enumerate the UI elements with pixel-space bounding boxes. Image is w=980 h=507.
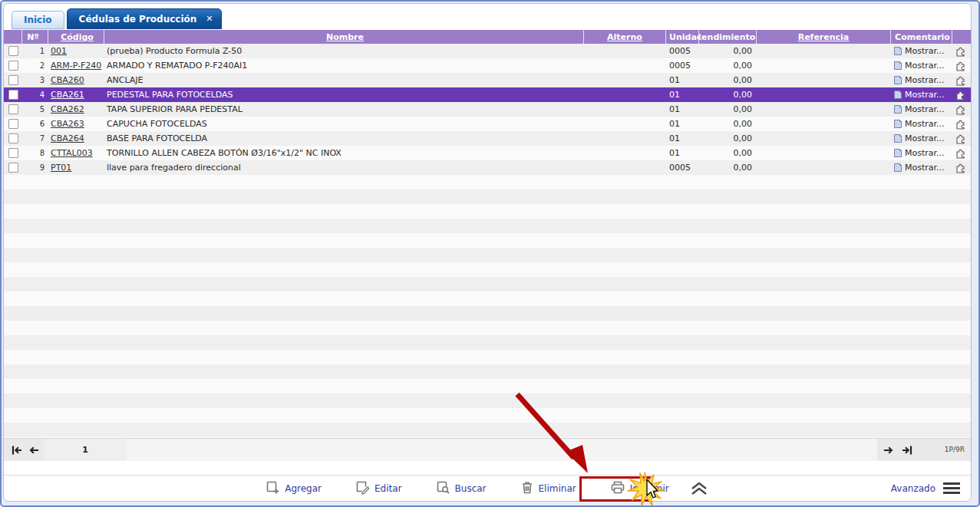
close-tab-icon[interactable]: ✕ [206,15,213,23]
editar-button[interactable]: Editar [355,480,402,497]
row-checkbox[interactable] [8,90,18,100]
codigo-link[interactable]: PT01 [51,163,71,173]
codigo-link[interactable]: CBA263 [51,119,84,129]
empty-row [4,321,971,335]
table-row[interactable]: 2 ARM-P-F240 ARMADO Y REMATADO P-F240AI1… [4,58,971,73]
row-checkbox[interactable] [8,104,18,114]
row-checkbox[interactable] [8,163,18,173]
pager-scroll-track[interactable] [127,439,877,461]
table-row[interactable]: 3 CBA260 ANCLAJE 01 0,00 Mostrar... [4,73,971,87]
referencia-cell [757,58,891,73]
codigo-link[interactable]: CBA262 [51,104,84,114]
table-row[interactable]: 4 CBA261 PEDESTAL PARA FOTOCELDAS 01 0,0… [4,87,971,102]
empty-row [4,379,971,393]
mostrar-link[interactable]: Mostrar... [905,119,945,129]
imprimir-label: Imprimir [630,483,669,494]
row-checkbox[interactable] [8,119,18,129]
mostrar-link[interactable]: Mostrar... [905,104,945,114]
puzzle-icon[interactable] [955,90,966,100]
collapse-toolbar-icon[interactable] [689,481,709,496]
puzzle-icon[interactable] [955,46,966,57]
eliminar-button[interactable]: Eliminar [520,480,576,497]
empty-row [4,364,971,379]
mostrar-link[interactable]: Mostrar... [905,61,945,71]
table-row[interactable]: 7 CBA264 BASE PARA FOTOCELDA 01 0,00 Mos… [4,131,971,146]
table-row[interactable]: 6 CBA263 CAPUCHA FOTOCELDAS 01 0,00 Most… [4,117,971,131]
mostrar-link[interactable]: Mostrar... [905,148,945,158]
unidad-cell: 0005 [666,44,699,58]
agregar-button[interactable]: Agregar [266,480,322,497]
codigo-link[interactable]: ARM-P-F240 [51,61,101,71]
rendimiento-cell: 0,00 [699,102,757,117]
row-number: 8 [22,146,48,160]
header-numero: Nº [22,30,48,44]
puzzle-icon[interactable] [955,119,966,130]
nombre-cell: ARMADO Y REMATADO P-F240AI1 [104,58,584,73]
mostrar-link[interactable]: Mostrar... [905,163,945,173]
codigo-link[interactable]: CBA261 [51,90,84,100]
app-panel: Inicio Cédulas de Producción ✕ Nº Código… [3,3,972,502]
note-icon [893,163,902,173]
first-page-button[interactable] [8,443,25,458]
row-number: 6 [22,117,48,131]
codigo-link[interactable]: 001 [51,46,67,56]
note-icon [893,61,902,71]
unidad-cell: 01 [666,117,699,131]
buscar-button[interactable]: Buscar [436,480,487,497]
tab-inicio[interactable]: Inicio [12,11,64,29]
current-page-indicator[interactable]: 1 [44,439,127,461]
last-page-button[interactable] [899,443,916,458]
table-row[interactable]: 1 001 (prueba) Producto Formula Z-50 000… [4,44,971,58]
table-header-row: Nº Código Nombre Alterno Unidad Rendimie… [4,30,971,44]
codigo-link[interactable]: CBA264 [51,133,84,143]
nombre-cell: TORNILLO ALLEN CABEZA BOTÓN Ø3/16"x1/2" … [104,146,584,160]
mostrar-link[interactable]: Mostrar... [905,90,945,100]
table-row[interactable]: 9 PT01 llave para fregadero direccional … [4,160,971,175]
next-page-button[interactable] [880,443,897,458]
puzzle-icon[interactable] [955,75,966,86]
puzzle-icon[interactable] [955,148,966,159]
alterno-cell [584,44,666,58]
referencia-cell [757,117,891,131]
menu-icon[interactable] [943,482,960,494]
row-checkbox[interactable] [8,148,18,158]
alterno-cell [584,117,666,131]
eliminar-label: Eliminar [539,483,576,494]
puzzle-icon[interactable] [955,104,966,115]
header-unidad: Unidad [666,30,699,44]
empty-row [4,175,971,189]
codigo-link[interactable]: CTTAL003 [51,148,93,158]
note-icon [893,75,902,85]
header-codigo[interactable]: Código [48,30,104,44]
puzzle-icon[interactable] [955,163,966,173]
codigo-link[interactable]: CBA260 [51,75,84,85]
printer-icon [610,480,625,497]
mostrar-link[interactable]: Mostrar... [905,75,945,85]
header-alterno[interactable]: Alterno [584,30,666,44]
row-checkbox[interactable] [8,61,18,71]
mostrar-link[interactable]: Mostrar... [905,46,945,56]
row-checkbox[interactable] [8,46,18,56]
rendimiento-cell: 0,00 [699,73,757,87]
add-record-icon [266,480,280,497]
header-nombre[interactable]: Nombre [104,30,584,44]
row-number: 2 [22,58,48,73]
previous-page-button[interactable] [25,443,42,458]
nombre-cell: llave para fregadero direccional [104,160,584,175]
table-row[interactable]: 8 CTTAL003 TORNILLO ALLEN CABEZA BOTÓN Ø… [4,146,971,160]
row-checkbox[interactable] [8,133,18,143]
referencia-cell [757,146,891,160]
header-referencia[interactable]: Referencia [757,30,891,44]
puzzle-icon[interactable] [955,61,966,71]
puzzle-icon[interactable] [955,133,966,144]
table-row[interactable]: 5 CBA262 TAPA SUPERIOR PARA PEDESTAL 01 … [4,102,971,117]
alterno-cell [584,146,666,160]
note-icon [893,133,902,143]
edit-record-icon [355,480,370,497]
row-checkbox[interactable] [8,75,18,85]
tab-cedulas-de-produccion[interactable]: Cédulas de Producción ✕ [67,8,222,29]
avanzado-link[interactable]: Avanzado [891,483,935,494]
mostrar-link[interactable]: Mostrar... [905,133,945,143]
imprimir-button[interactable]: Imprimir [610,480,669,497]
agregar-label: Agregar [285,483,322,494]
